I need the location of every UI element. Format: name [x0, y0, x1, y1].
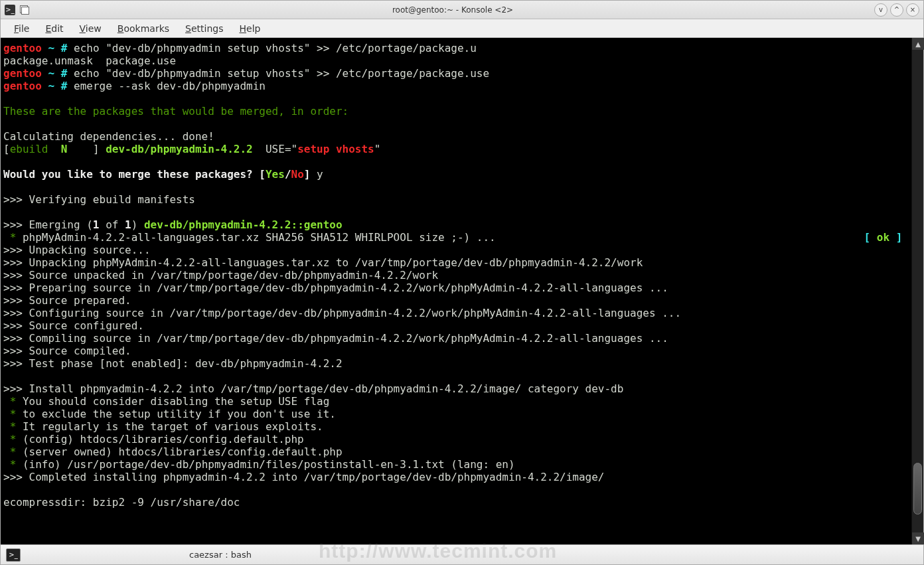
prompt-host: gentoo [3, 42, 42, 54]
close-button[interactable]: × [906, 3, 919, 17]
menu-bookmarks[interactable]: Bookmarks [110, 21, 177, 36]
maximize-button[interactable]: ^ [890, 3, 903, 17]
calc-deps: Calculating dependencies... done! [3, 130, 214, 143]
menu-help[interactable]: Help [231, 21, 268, 36]
menubar: File Edit View Bookmarks Settings Help [1, 19, 923, 38]
new-window-icon[interactable] [19, 5, 30, 15]
scroll-up-icon[interactable]: ▲ [912, 38, 924, 50]
menu-view[interactable]: View [72, 21, 110, 36]
minimize-button[interactable]: v [874, 3, 887, 17]
statusbar: >_ caezsar : bash [1, 544, 923, 564]
merge-question: Would you like to merge these packages? [3, 168, 253, 181]
menu-settings[interactable]: Settings [177, 21, 231, 36]
new-tab-icon[interactable]: >_ [6, 548, 21, 562]
status-ok-open: [ [864, 231, 877, 244]
cmd-line: echo "dev-db/phpmyadmin setup vhosts" >>… [74, 42, 477, 54]
merge-header: These are the packages that would be mer… [3, 105, 348, 118]
menu-file[interactable]: File [6, 21, 37, 36]
ebuild-pkg: dev-db/phpmyadmin-4.2.2 [106, 143, 253, 155]
completion-line: package.unmask package.use [3, 54, 176, 67]
prompt-hash: # [61, 42, 68, 54]
tab-label[interactable]: caezsar : bash [189, 550, 252, 560]
terminal[interactable]: gentoo ~ # echo "dev-db/phpmyadmin setup… [1, 38, 911, 544]
scrollbar[interactable]: ▲ ▼ [911, 38, 923, 544]
window-title: root@gentoo:~ - Konsole <2> [34, 5, 872, 15]
status-ok: ok [877, 231, 889, 244]
titlebar[interactable]: >_ root@gentoo:~ - Konsole <2> v ^ × [1, 1, 923, 19]
app-icon: >_ [5, 5, 15, 15]
prompt-path: ~ [48, 42, 54, 54]
terminal-area: gentoo ~ # echo "dev-db/phpmyadmin setup… [1, 38, 923, 544]
scroll-down-icon[interactable]: ▼ [912, 532, 924, 544]
scroll-thumb[interactable] [913, 463, 922, 515]
konsole-window: >_ root@gentoo:~ - Konsole <2> v ^ × Fil… [0, 0, 924, 565]
menu-edit[interactable]: Edit [37, 21, 71, 36]
